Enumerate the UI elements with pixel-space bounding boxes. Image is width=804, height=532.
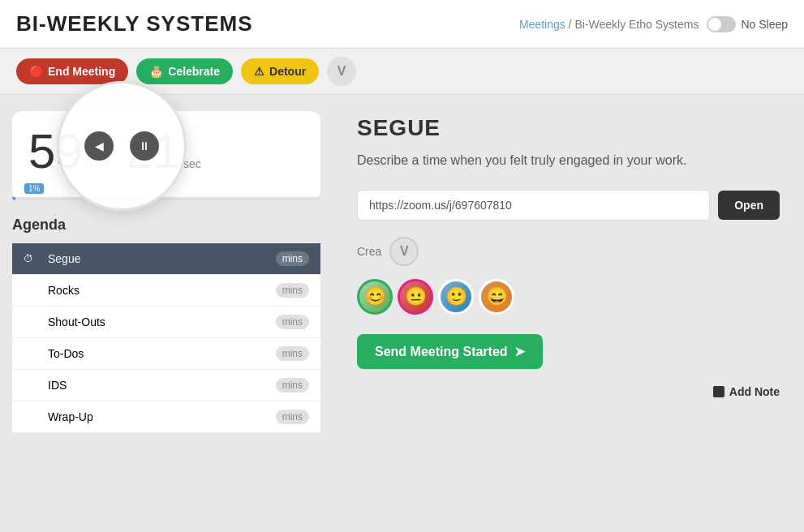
agenda-item-rocks[interactable]: Rocks mins [12, 275, 320, 307]
add-note-row: Add Note [357, 385, 780, 398]
progress-bar [12, 197, 320, 200]
celebrate-button[interactable]: 🎂 Celebrate [136, 58, 233, 84]
open-button[interactable]: Open [718, 191, 780, 220]
end-meeting-button[interactable]: 🔴 End Meeting [16, 58, 128, 84]
timer-pause-button[interactable]: ⏸ [130, 131, 159, 161]
segue-title: SEGUE [357, 115, 780, 141]
todos-time: mins [276, 346, 309, 361]
progress-percent: 1% [24, 183, 44, 194]
detour-icon: ⚠ [254, 65, 264, 78]
rocks-label: Rocks [48, 284, 276, 297]
wrapup-time: mins [276, 410, 309, 424]
back-icon: ◀ [95, 139, 104, 152]
detour-button[interactable]: ⚠ Detour [241, 58, 319, 84]
end-meeting-label: End Meeting [48, 65, 115, 78]
attendee-3-face: 🙂 [445, 286, 467, 307]
agenda-item-ids[interactable]: IDS mins [12, 370, 320, 401]
ids-time: mins [276, 378, 309, 393]
segue-icon: ⏱ [24, 253, 40, 264]
creator-initial: V [400, 244, 409, 259]
agenda-item-shoutouts[interactable]: Shout-Outs mins [12, 307, 320, 338]
add-note-label: Add Note [729, 385, 780, 398]
ids-label: IDS [48, 379, 276, 392]
zoom-row: Open [357, 190, 780, 221]
segue-description: Describe a time when you felt truly enga… [357, 151, 780, 170]
breadcrumb-separator: / [569, 18, 572, 31]
attendee-3: 🙂 [438, 279, 474, 315]
no-sleep-toggle[interactable] [707, 16, 736, 32]
breadcrumb: Meetings / Bi-Weekly Etho Systems [519, 18, 699, 31]
attendee-4-face: 😄 [486, 286, 508, 307]
creator-label: Crea [357, 245, 381, 258]
timer-back-button[interactable]: ◀ [84, 131, 114, 161]
add-note-button[interactable]: Add Note [713, 385, 780, 398]
agenda-item-wrapup[interactable]: Wrap-Up mins [12, 401, 320, 433]
breadcrumb-current: Bi-Weekly Etho Systems [574, 18, 699, 31]
agenda-section: Agenda ⏱ Segue mins Rocks mins Shout-Out… [12, 217, 320, 433]
attendee-2: 😐 [398, 279, 433, 315]
wrapup-label: Wrap-Up [48, 410, 276, 423]
creator-avatar: V [389, 237, 419, 266]
attendee-4: 😄 [479, 279, 514, 315]
send-meeting-started-button[interactable]: Send Meeting Started ➤ [357, 334, 543, 369]
no-sleep-container: No Sleep [707, 16, 788, 32]
agenda-item-segue[interactable]: ⏱ Segue mins [12, 243, 320, 275]
detour-label: Detour [269, 65, 306, 78]
shoutouts-time: mins [276, 315, 309, 329]
rocks-time: mins [276, 283, 309, 298]
segue-time: mins [276, 251, 309, 266]
header-right: Meetings / Bi-Weekly Etho Systems No Sle… [519, 16, 788, 32]
progress-fill [12, 197, 15, 200]
pause-icon: ⏸ [139, 139, 150, 152]
shoutouts-label: Shout-Outs [48, 315, 276, 328]
send-icon: ➤ [514, 344, 525, 359]
user-initial: V [338, 64, 346, 79]
timer-controls-overlay: ◀ ⏸ [57, 81, 187, 211]
segue-label: Segue [48, 252, 276, 265]
attendee-2-face: 😐 [405, 286, 427, 307]
agenda-title: Agenda [12, 217, 320, 234]
page-title: BI-WEEKLY SYSTEMS [16, 11, 253, 36]
end-meeting-icon: 🔴 [29, 65, 43, 78]
main-content: 59 mins 21 sec 1% Agenda ⏱ Segue mins [0, 95, 804, 521]
breadcrumb-meetings-link[interactable]: Meetings [519, 18, 565, 31]
attendees-row: 😊 😐 🙂 😄 [357, 279, 780, 315]
attendee-1-face: 😊 [364, 286, 386, 307]
zoom-url-input[interactable] [357, 190, 710, 221]
timer-secs-label: sec [183, 157, 201, 170]
celebrate-label: Celebrate [168, 65, 220, 78]
send-label: Send Meeting Started [375, 345, 508, 359]
note-icon [713, 386, 724, 397]
celebrate-icon: 🎂 [149, 65, 163, 78]
right-panel: SEGUE Describe a time when you felt trul… [333, 95, 804, 521]
user-avatar-button[interactable]: V [327, 57, 356, 86]
header: BI-WEEKLY SYSTEMS Meetings / Bi-Weekly E… [0, 0, 804, 49]
no-sleep-label: No Sleep [741, 18, 788, 31]
agenda-item-todos[interactable]: To-Dos mins [12, 338, 320, 370]
todos-label: To-Dos [48, 347, 276, 360]
creator-row: Crea V [357, 237, 780, 266]
attendee-1: 😊 [357, 279, 393, 315]
agenda-list: ⏱ Segue mins Rocks mins Shout-Outs mins … [12, 243, 320, 433]
